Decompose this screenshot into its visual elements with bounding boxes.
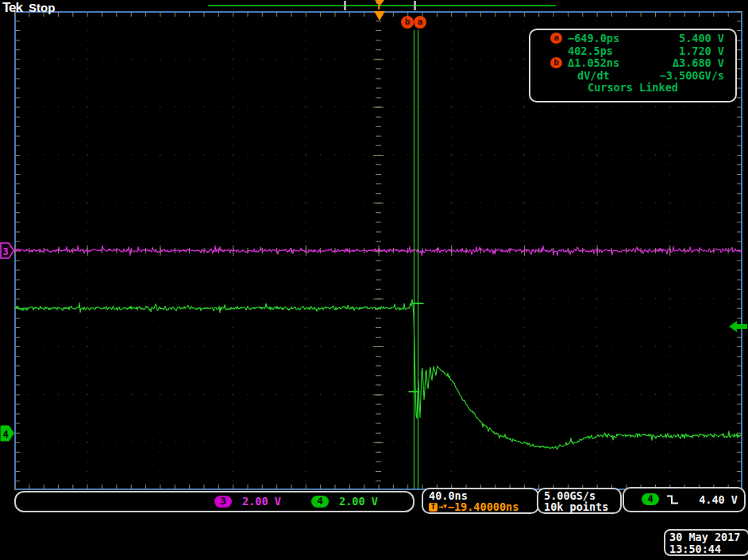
acquisition-readout[interactable]: 5.00GS/s 10k points bbox=[537, 488, 622, 514]
cursor-b-time: 402.5ps bbox=[568, 45, 613, 58]
triangle-down-icon: ▼ bbox=[443, 502, 447, 512]
ch3-marker-label: 3 bbox=[3, 246, 9, 257]
ch4-ground-marker[interactable]: 4 bbox=[0, 425, 15, 442]
timebase-readout[interactable]: 40.0ns T → ▼ −19.40000ns bbox=[422, 488, 539, 514]
dvdt-label: dV/dt bbox=[577, 70, 610, 83]
acquisition-status: Stop bbox=[29, 1, 55, 14]
cursor-b-voltage: 1.720 V bbox=[679, 45, 724, 58]
cursor-a-row: a −649.0ps 5.400 V bbox=[530, 33, 735, 45]
timebase-scale: 40.0ns bbox=[429, 490, 538, 501]
trigger-delay-value: −19.40000ns bbox=[448, 500, 519, 513]
trigger-readout[interactable]: 4 4.40 V bbox=[623, 487, 746, 512]
dvdt-value: −3.500GV/s bbox=[660, 70, 724, 83]
cursor-delta-time: Δ1.052ns bbox=[568, 57, 619, 70]
falling-edge-icon bbox=[666, 494, 680, 505]
ch3-scale: 2.00 V bbox=[242, 496, 281, 508]
cursor-a-voltage: 5.400 V bbox=[679, 33, 724, 45]
cursor-b-row-badge: b bbox=[550, 57, 562, 68]
sample-rate: 5.00GS/s bbox=[544, 490, 620, 501]
record-window-bracket-left bbox=[344, 1, 346, 10]
trigger-source-badge[interactable]: 4 bbox=[642, 493, 659, 505]
trigger-t-icon: T bbox=[429, 503, 438, 512]
tek-logo: Tek bbox=[2, 0, 22, 16]
time-display: 13:50:44 bbox=[669, 543, 748, 555]
datetime-readout: 30 May 2017 13:50:44 bbox=[664, 529, 748, 556]
cursor-a-badge[interactable]: a bbox=[414, 16, 426, 29]
record-length: 10k points bbox=[544, 501, 620, 512]
ch3-ground-marker[interactable]: 3 bbox=[0, 242, 15, 259]
cursor-a-row-badge: a bbox=[550, 33, 562, 44]
trigger-level-marker[interactable] bbox=[728, 320, 748, 334]
trigger-delay-row: T → ▼ −19.40000ns bbox=[429, 501, 538, 512]
cursor-b-row: 402.5ps 1.720 V bbox=[530, 45, 735, 58]
date-display: 30 May 2017 bbox=[669, 531, 748, 543]
cursor-a-time: −649.0ps bbox=[568, 33, 619, 45]
ch4-marker-label: 4 bbox=[3, 429, 9, 440]
ch4-badge[interactable]: 4 bbox=[311, 496, 329, 508]
cursor-delta-row: b Δ1.052ns Δ3.680 V bbox=[530, 57, 735, 70]
channel-scale-bar[interactable]: 3 2.00 V 4 2.00 V bbox=[14, 491, 414, 512]
dvdt-row: dV/dt −3.500GV/s bbox=[530, 70, 735, 83]
trigger-position-t-icon: T bbox=[376, 0, 382, 12]
ch3-badge[interactable]: 3 bbox=[214, 496, 232, 508]
cursor-readout-panel: a −649.0ps 5.400 V 402.5ps 1.720 V b Δ1.… bbox=[529, 29, 737, 102]
ch4-scale: 2.00 V bbox=[339, 496, 378, 508]
trigger-position-marker-icon bbox=[374, 11, 385, 21]
trigger-level: 4.40 V bbox=[699, 493, 738, 506]
cursors-linked-status: Cursors Linked bbox=[530, 82, 735, 95]
record-window-bracket-right bbox=[414, 1, 416, 10]
oscilloscope-screen: Tek Stop T b a a −649.0ps 5.400 V 402.5p… bbox=[0, 0, 748, 560]
cursor-b-badge[interactable]: b bbox=[401, 16, 414, 29]
cursor-delta-voltage: Δ3.680 V bbox=[673, 57, 724, 70]
trigger-level-arrow-icon bbox=[729, 321, 747, 332]
